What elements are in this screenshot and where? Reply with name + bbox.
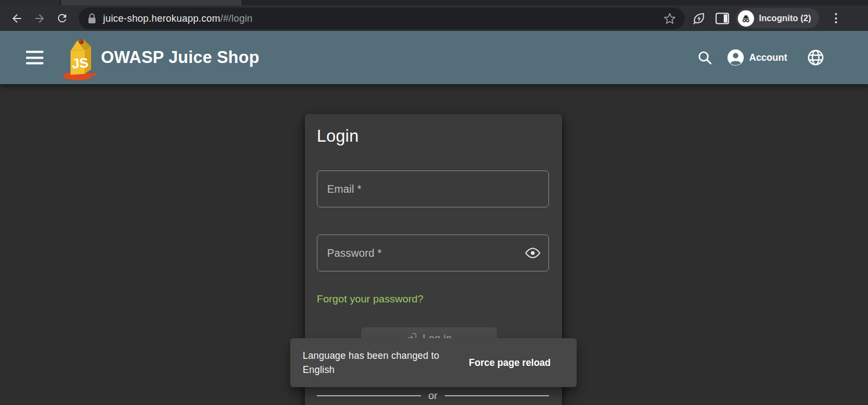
reload-icon bbox=[56, 12, 68, 24]
star-icon bbox=[663, 12, 676, 25]
tab-strip bbox=[0, 0, 868, 5]
password-label: Password * bbox=[327, 247, 382, 260]
incognito-badge[interactable]: Incognito (2) bbox=[736, 8, 819, 28]
dot bbox=[835, 13, 837, 15]
side-panel-icon bbox=[716, 12, 729, 24]
dot bbox=[835, 17, 837, 20]
snackbar: Language has been changed to English For… bbox=[290, 338, 577, 387]
account-button[interactable]: Account bbox=[727, 49, 787, 66]
bar bbox=[26, 62, 43, 65]
lock-icon bbox=[87, 13, 97, 24]
reload-button[interactable] bbox=[55, 11, 69, 26]
force-page-reload-button[interactable]: Force page reload bbox=[469, 357, 551, 369]
url-text: juice-shop.herokuapp.com/#/login bbox=[103, 13, 253, 24]
active-tab[interactable] bbox=[61, 0, 241, 5]
app-header: JS OWASP Juice Shop Account bbox=[0, 31, 868, 84]
sidenav-menu-button[interactable] bbox=[26, 51, 43, 65]
page-title: OWASP Juice Shop bbox=[101, 48, 259, 67]
juice-shop-logo[interactable]: JS bbox=[62, 34, 98, 81]
side-panel-button[interactable] bbox=[716, 12, 729, 24]
email-label: Email * bbox=[327, 183, 361, 195]
url-path: /#/login bbox=[220, 13, 253, 24]
incognito-spy-icon bbox=[741, 13, 751, 24]
dot bbox=[835, 21, 837, 23]
toggle-password-visibility-button[interactable] bbox=[525, 247, 541, 259]
bookmark-button[interactable] bbox=[663, 12, 676, 25]
browser-menu-button[interactable] bbox=[831, 11, 841, 26]
back-arrow-icon bbox=[10, 12, 23, 25]
forward-button[interactable] bbox=[33, 11, 47, 26]
bar bbox=[26, 51, 43, 53]
login-title: Login bbox=[317, 126, 359, 146]
account-label: Account bbox=[749, 52, 787, 64]
svg-text:JS: JS bbox=[71, 55, 88, 71]
password-field[interactable]: Password * bbox=[317, 235, 549, 271]
eye-icon bbox=[525, 247, 541, 259]
browser-toolbar: juice-shop.herokuapp.com/#/login bbox=[0, 5, 868, 31]
address-bar[interactable]: juice-shop.herokuapp.com/#/login bbox=[79, 8, 685, 29]
forward-arrow-icon bbox=[33, 12, 46, 25]
divider-line bbox=[445, 395, 549, 396]
inactive-tab-edge bbox=[0, 0, 60, 5]
search-icon bbox=[697, 49, 713, 66]
account-icon bbox=[727, 49, 744, 66]
energy-saver-button[interactable] bbox=[692, 11, 706, 26]
incognito-avatar bbox=[738, 10, 754, 27]
email-field[interactable]: Email * bbox=[317, 170, 549, 207]
url-host: juice-shop.herokuapp.com bbox=[103, 13, 220, 24]
bar bbox=[26, 56, 43, 59]
forgot-password-link[interactable]: Forgot your password? bbox=[317, 293, 423, 305]
globe-icon bbox=[807, 49, 824, 66]
snackbar-message: Language has been changed to English bbox=[303, 349, 445, 377]
divider-line bbox=[317, 395, 421, 396]
search-button[interactable] bbox=[697, 49, 713, 66]
browser-window: juice-shop.herokuapp.com/#/login bbox=[0, 0, 868, 405]
back-button[interactable] bbox=[10, 11, 24, 26]
or-divider: or bbox=[317, 390, 549, 402]
leaf-bolt-icon bbox=[692, 11, 706, 26]
language-button[interactable] bbox=[807, 49, 824, 66]
divider-label: or bbox=[429, 390, 438, 402]
incognito-label: Incognito (2) bbox=[759, 14, 811, 23]
main-content: Login Email * Password * Forgot your pas… bbox=[0, 84, 868, 405]
